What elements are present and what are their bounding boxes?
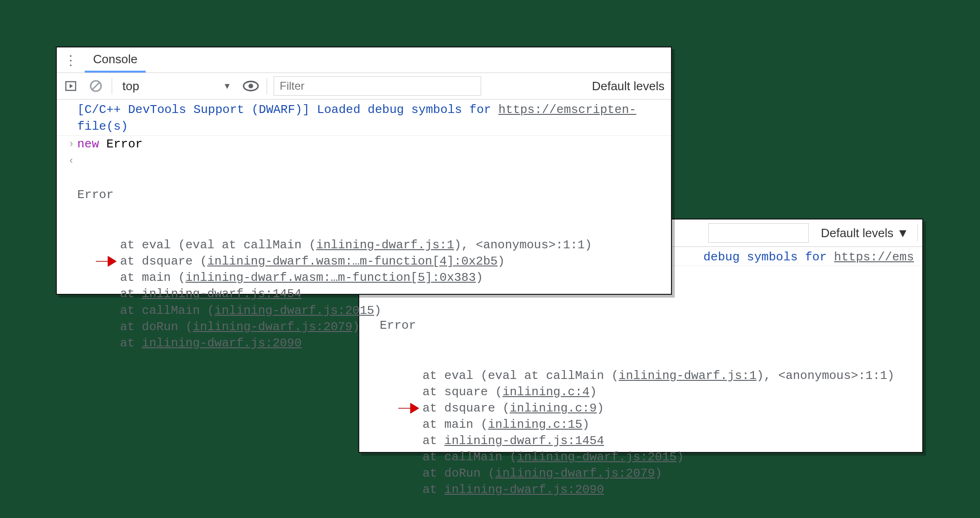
console-input-row[interactable]: › new Error xyxy=(57,136,671,153)
scope-label: top xyxy=(122,79,139,93)
stack-frame-text: at dsquare ( xyxy=(423,401,510,415)
stack-frame-link[interactable]: inlining-dwarf.js:2090 xyxy=(444,483,604,497)
stack-frame: at dsquare (inlining.c:9) xyxy=(423,400,894,417)
input-rest: Error xyxy=(99,137,143,151)
input-code: new Error xyxy=(77,136,142,153)
more-menu-icon[interactable]: ⋮ xyxy=(61,51,80,69)
error-heading: Error xyxy=(77,186,592,203)
svg-line-2 xyxy=(92,82,100,90)
console-toolbar: top ▼ Default levels xyxy=(57,73,671,100)
info-suffix: file(s) xyxy=(77,120,128,133)
stack-frame-text: ) xyxy=(374,304,382,318)
info-text: debug symbols for xyxy=(704,250,834,264)
stack-frame-link[interactable]: inlining.c:4 xyxy=(503,385,590,399)
stack-frame-text: at callMain ( xyxy=(423,450,517,464)
stack-frame-link[interactable]: inlining-dwarf.js:1 xyxy=(316,238,454,252)
highlight-arrow-icon xyxy=(397,400,420,416)
stack-frame-link[interactable]: inlining-dwarf.js:1454 xyxy=(444,434,604,448)
stack-frame: at dsquare (inlining-dwarf.wasm:…m-funct… xyxy=(120,253,592,270)
filter-input[interactable] xyxy=(708,223,809,243)
stack-frame: at eval (eval at callMain (inlining-dwar… xyxy=(120,237,592,253)
log-levels-selector[interactable]: Default levels xyxy=(592,79,666,93)
info-message: [C/C++ DevTools Support (DWARF)] Loaded … xyxy=(77,101,636,135)
stack-frame-text: ) xyxy=(476,271,483,285)
stack-frame-text: at square ( xyxy=(423,385,503,399)
input-prompt-icon: › xyxy=(65,136,77,152)
stack-frame-text: ) xyxy=(352,320,360,334)
stack-frame-text: at doRun ( xyxy=(120,320,193,334)
stack-frame: at inlining-dwarf.js:1454 xyxy=(423,433,894,449)
error-object[interactable]: Error at eval (eval at callMain (inlinin… xyxy=(77,153,592,385)
stack-frame: at doRun (inlining-dwarf.js:2079) xyxy=(120,319,592,335)
info-message: debug symbols for https://ems xyxy=(704,249,914,266)
console-output-row: ‹ Error at eval (eval at callMain (inlin… xyxy=(57,153,671,385)
stack-frame-text: at xyxy=(423,483,444,497)
stack-frame-text: ), <anonymous>:1:1) xyxy=(757,369,894,383)
live-expression-icon[interactable] xyxy=(242,77,260,95)
toggle-sidebar-icon[interactable] xyxy=(61,77,80,95)
stack-frame-link[interactable]: inlining-dwarf.wasm:…m-function[4]:0x2b5 xyxy=(207,254,497,268)
divider xyxy=(267,78,267,94)
stack-frame-text: at doRun ( xyxy=(423,466,495,480)
stack-trace: at eval (eval at callMain (inlining-dwar… xyxy=(77,237,592,352)
stack-frame-text: at xyxy=(120,336,142,350)
stack-frame-text: at xyxy=(423,434,444,448)
stack-frame: at callMain (inlining-dwarf.js:2015) xyxy=(423,449,894,465)
stack-frame: at main (inlining-dwarf.wasm:…m-function… xyxy=(120,270,592,286)
divider xyxy=(112,78,112,94)
stack-frame: at callMain (inlining-dwarf.js:2015) xyxy=(120,303,592,319)
stack-frame-text: ) xyxy=(590,385,597,399)
stack-frame: at square (inlining.c:4) xyxy=(423,384,894,400)
stack-frame: at inlining-dwarf.js:1454 xyxy=(120,286,592,302)
console-messages: [C/C++ DevTools Support (DWARF)] Loaded … xyxy=(57,100,671,385)
stack-frame: at doRun (inlining-dwarf.js:2079) xyxy=(423,465,894,482)
filter-input[interactable] xyxy=(274,76,481,96)
stack-frame-link[interactable]: inlining-dwarf.js:2090 xyxy=(142,336,302,350)
log-levels-selector[interactable]: Default levels ▼ xyxy=(821,226,911,240)
stack-frame-text: ) xyxy=(582,418,590,432)
stack-frame-link[interactable]: inlining-dwarf.js:2015 xyxy=(517,450,677,464)
stack-frame-text: at callMain ( xyxy=(120,304,215,318)
highlight-arrow-icon xyxy=(95,253,117,269)
keyword-new: new xyxy=(77,137,99,151)
stack-frame-link[interactable]: inlining-dwarf.js:1454 xyxy=(142,287,302,301)
console-info-row: [C/C++ DevTools Support (DWARF)] Loaded … xyxy=(57,101,671,136)
stack-frame-link[interactable]: inlining-dwarf.js:2015 xyxy=(215,304,374,318)
stack-frame-text: at eval (eval at callMain ( xyxy=(120,238,316,252)
clear-console-icon[interactable] xyxy=(87,77,105,95)
stack-frame-text: ), <anonymous>:1:1) xyxy=(454,238,592,252)
chevron-down-icon: ▼ xyxy=(223,81,231,91)
info-prefix: [C/C++ DevTools Support (DWARF)] Loaded … xyxy=(77,103,498,117)
stack-trace: at eval (eval at callMain (inlining-dwar… xyxy=(380,368,894,498)
stack-frame-text: at main ( xyxy=(120,271,185,285)
stack-frame-link[interactable]: inlining-dwarf.js:2079 xyxy=(193,320,352,334)
tab-console[interactable]: Console xyxy=(85,47,146,73)
stack-frame: at inlining-dwarf.js:2090 xyxy=(120,335,592,352)
output-indicator-icon: ‹ xyxy=(65,153,77,169)
stack-frame-text: at xyxy=(120,287,142,301)
stack-frame-text: ) xyxy=(677,450,684,464)
stack-frame-link[interactable]: inlining-dwarf.wasm:…m-function[5]:0x383 xyxy=(185,271,476,285)
stack-frame-text: ) xyxy=(497,254,505,268)
stack-frame: at main (inlining.c:15) xyxy=(423,417,894,433)
tab-strip: ⋮ Console xyxy=(57,47,671,73)
stack-frame-link[interactable]: inlining.c:15 xyxy=(488,418,582,432)
devtools-console-panel-before: ⋮ Console top ▼ Default levels [C/C++ De… xyxy=(56,46,672,295)
info-link[interactable]: https://emscripten- xyxy=(498,103,636,117)
gutter xyxy=(65,101,77,103)
stack-frame-link[interactable]: inlining-dwarf.js:2079 xyxy=(495,466,655,480)
divider xyxy=(917,225,918,241)
info-link[interactable]: https://ems xyxy=(834,250,914,264)
stack-frame-text: ) xyxy=(597,401,604,415)
stack-frame-link[interactable]: inlining.c:9 xyxy=(510,401,597,415)
stack-frame-text: ) xyxy=(655,466,662,480)
stack-frame: at inlining-dwarf.js:2090 xyxy=(423,482,894,498)
svg-point-4 xyxy=(248,84,253,88)
execution-context-selector[interactable]: top ▼ xyxy=(119,79,235,93)
stack-frame-text: at main ( xyxy=(423,418,488,432)
stack-frame-text: at dsquare ( xyxy=(120,254,207,268)
